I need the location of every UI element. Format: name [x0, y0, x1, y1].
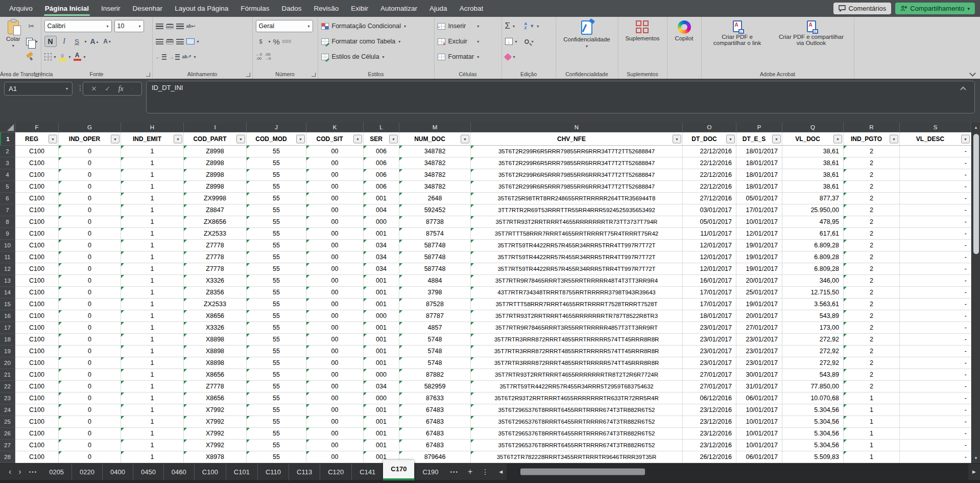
- cell-K12[interactable]: 00: [306, 263, 364, 275]
- paste-dropdown-arrow[interactable]: ▾: [12, 43, 14, 48]
- cell-N28[interactable]: 35T6T2TR782228RRRT3455RRTRRRTR9646TRRR39…: [471, 451, 683, 463]
- row-header-28[interactable]: 28: [0, 451, 15, 463]
- cell-Q18[interactable]: 272,92: [782, 334, 844, 346]
- cell-R7[interactable]: 2: [844, 204, 900, 216]
- cell-H7[interactable]: 1: [121, 204, 184, 216]
- cell-S15[interactable]: -: [900, 298, 971, 310]
- cell-F13[interactable]: C100: [15, 275, 59, 287]
- cell-F25[interactable]: C100: [15, 416, 59, 428]
- cell-K2[interactable]: 00: [306, 146, 364, 157]
- cell-P7[interactable]: 17/01/2017: [736, 204, 782, 216]
- font-name-combo[interactable]: Calibri▾: [44, 20, 112, 32]
- cell-N26[interactable]: 35T6T2965376T8RRRT6455RRTRRRR674T3TR882R…: [471, 428, 683, 440]
- cell-K3[interactable]: 00: [306, 157, 364, 169]
- menu-tab-automatizar[interactable]: Automatizar: [374, 0, 423, 17]
- underline-dropdown-arrow[interactable]: ▾: [85, 39, 87, 44]
- cell-G10[interactable]: 0: [59, 240, 121, 251]
- cell-L25[interactable]: 001: [364, 416, 399, 428]
- cell-J18[interactable]: 55: [247, 334, 306, 346]
- cell-K16[interactable]: 00: [306, 310, 364, 322]
- cell-P5[interactable]: 18/01/2017: [736, 181, 782, 193]
- cell-S9[interactable]: -: [900, 228, 971, 240]
- filter-button-SER[interactable]: ▼: [389, 134, 398, 143]
- horizontal-scrollbar[interactable]: ◀ ▶: [495, 464, 980, 480]
- cell-M11[interactable]: 587748: [399, 251, 471, 263]
- cell-S8[interactable]: -: [900, 216, 971, 228]
- cell-P22[interactable]: 31/01/2017: [736, 381, 782, 393]
- menu-tab-desenhar[interactable]: Desenhar: [127, 0, 169, 17]
- cell-K21[interactable]: 00: [306, 369, 364, 381]
- cell-J4[interactable]: 55: [247, 169, 306, 181]
- cell-O15[interactable]: 17/01/2017: [683, 298, 736, 310]
- cell-R10[interactable]: 2: [844, 240, 900, 251]
- format-cells-button[interactable]: Formatar ▾: [438, 50, 480, 63]
- cell-P23[interactable]: 06/01/2017: [736, 393, 782, 404]
- cell-L12[interactable]: 034: [364, 263, 399, 275]
- underline-button[interactable]: S: [72, 36, 82, 47]
- cell-S7[interactable]: -: [900, 204, 971, 216]
- cell-J3[interactable]: 55: [247, 157, 306, 169]
- find-select-arrow[interactable]: ▾: [532, 39, 534, 44]
- cell-G25[interactable]: 0: [59, 416, 121, 428]
- cell-N17[interactable]: 35T7RTR9R78465RRRT3R55RRTRRRRR4857T3TT3R…: [471, 322, 683, 334]
- cell-styles-button[interactable]: Estilos de Célula ▾: [321, 50, 407, 63]
- column-header-L[interactable]: L: [364, 123, 399, 132]
- cell-O5[interactable]: 22/12/2016: [683, 181, 736, 193]
- cell-J8[interactable]: 55: [247, 216, 306, 228]
- cell-N7[interactable]: 3TT7RTR2R69T53RRRTTR55RR4RRR592452593565…: [471, 204, 683, 216]
- cell-F4[interactable]: C100: [15, 169, 59, 181]
- cell-J23[interactable]: 55: [247, 393, 306, 404]
- cell-G18[interactable]: 0: [59, 334, 121, 346]
- cell-J6[interactable]: 55: [247, 193, 306, 204]
- scroll-up-arrow[interactable]: ▲: [974, 123, 978, 132]
- cell-I3[interactable]: Z8998: [184, 157, 247, 169]
- cell-M3[interactable]: 348782: [399, 157, 471, 169]
- cell-N4[interactable]: 35T6T2R299R6R5RRR79855RR6RRR34T7T2TT5268…: [471, 169, 683, 181]
- cell-H16[interactable]: 1: [121, 310, 184, 322]
- cell-R21[interactable]: 2: [844, 369, 900, 381]
- cell-O12[interactable]: 12/01/2017: [683, 263, 736, 275]
- cell-M23[interactable]: 87633: [399, 393, 471, 404]
- cell-H5[interactable]: 1: [121, 181, 184, 193]
- cell-O8[interactable]: 05/01/2017: [683, 216, 736, 228]
- column-header-J[interactable]: J: [247, 123, 306, 132]
- cell-Q28[interactable]: 5.509,83: [782, 451, 844, 463]
- cell-R24[interactable]: 1: [844, 404, 900, 416]
- increase-indent-button[interactable]: →: [169, 51, 180, 62]
- cell-F8[interactable]: C100: [15, 216, 59, 228]
- cell-S24[interactable]: -: [900, 404, 971, 416]
- cell-N18[interactable]: 35T7RTR3RRR872RRRT4855RRTRRRRR574TT45RRR…: [471, 334, 683, 346]
- row-header-16[interactable]: 16: [0, 310, 15, 322]
- cell-Q14[interactable]: 12.715,50: [782, 287, 844, 298]
- align-left-button[interactable]: [156, 39, 163, 44]
- cell-F26[interactable]: C100: [15, 428, 59, 440]
- cell-R4[interactable]: 2: [844, 169, 900, 181]
- cell-Q17[interactable]: 173,00: [782, 322, 844, 334]
- cell-I4[interactable]: Z8998: [184, 169, 247, 181]
- cell-R26[interactable]: 1: [844, 428, 900, 440]
- bold-button[interactable]: N: [44, 36, 57, 47]
- cell-G9[interactable]: 0: [59, 228, 121, 240]
- cell-R6[interactable]: 2: [844, 193, 900, 204]
- cell-F5[interactable]: C100: [15, 181, 59, 193]
- cell-O11[interactable]: 12/01/2017: [683, 251, 736, 263]
- sheet-tab-0450[interactable]: 0450: [133, 464, 163, 480]
- menu-tab-arquivo[interactable]: Arquivo: [3, 0, 39, 17]
- cell-I20[interactable]: X8898: [184, 357, 247, 369]
- cell-K9[interactable]: 00: [306, 228, 364, 240]
- cell-Q25[interactable]: 5.304,56: [782, 416, 844, 428]
- filter-button-COD_PART[interactable]: ▼: [236, 134, 245, 143]
- cell-R9[interactable]: 2: [844, 228, 900, 240]
- cell-S14[interactable]: -: [900, 287, 971, 298]
- cell-S25[interactable]: -: [900, 416, 971, 428]
- cell-P20[interactable]: 23/01/2017: [736, 357, 782, 369]
- row-header-8[interactable]: 8: [0, 216, 15, 228]
- cell-P15[interactable]: 19/01/2017: [736, 298, 782, 310]
- cell-H14[interactable]: 1: [121, 287, 184, 298]
- vertical-scrollbar[interactable]: ▲ ▼: [971, 123, 980, 463]
- cell-G17[interactable]: 0: [59, 322, 121, 334]
- cell-H15[interactable]: 1: [121, 298, 184, 310]
- column-header-Q[interactable]: Q: [782, 123, 844, 132]
- cell-L8[interactable]: 000: [364, 216, 399, 228]
- cell-G5[interactable]: 0: [59, 181, 121, 193]
